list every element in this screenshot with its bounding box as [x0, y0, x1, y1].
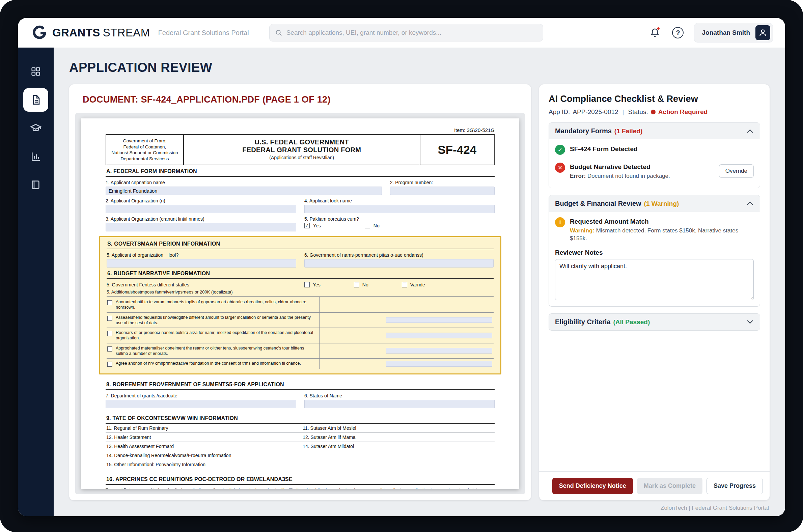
status-badge: Action Required	[658, 108, 708, 116]
document-title: DOCUMENT: SF-424_APPLICATION.PDF (PAGE 1…	[83, 94, 518, 105]
search-icon	[275, 29, 282, 36]
ai-highlight-region: S. GOVERTSMAAN PERION INFORMATION 5. App…	[99, 236, 501, 375]
help-icon: ?	[672, 27, 684, 38]
form-section-9: 9. TATE OF OKCONTESEWVW WIN INFORMATION	[106, 412, 495, 424]
app-meta-line: App ID: APP-2025-0012 | Status: Action R…	[549, 108, 760, 116]
sidebar-item-grants[interactable]	[23, 116, 48, 140]
form-section-s: S. GOVERTSMAAN PERION INFORMATION	[107, 238, 494, 249]
status-dot-icon	[651, 110, 655, 114]
failed-count-badge: (1 Failed)	[614, 128, 643, 135]
status-label: Status:	[628, 108, 648, 116]
sidebar	[18, 48, 54, 516]
form-header-block: Government of Fraro; Federal of Coatanen…	[106, 134, 495, 165]
user-name: Jonathan Smith	[702, 29, 750, 36]
sidebar-item-analytics[interactable]	[23, 145, 48, 168]
form-paragraph: Teanned Date occurved to be odemlted sun…	[106, 487, 495, 489]
app-id-label: App ID:	[549, 108, 570, 116]
checklist-item-sf424: ✓ SF-424 Form Detected	[555, 140, 754, 158]
section-header-budget-financial[interactable]: Budget & Financial Review (1 Warning)	[549, 195, 760, 212]
reviewer-notes-textarea[interactable]: Will clarify with applicant.	[555, 259, 754, 300]
check-circle-icon: ✓	[555, 145, 565, 155]
global-search[interactable]	[269, 24, 543, 41]
form-agency-block: Government of Fraro; Federal of Coatanen…	[106, 135, 184, 165]
document-icon	[31, 94, 41, 105]
form-field-look-name	[304, 205, 495, 213]
form-section-a: A. FEDERAL FORM INFORMATION	[106, 165, 495, 177]
grants-stream-logo-icon	[31, 25, 47, 41]
checkbox-opt-no	[354, 282, 359, 287]
reviewer-notes-label: Reviewer Notes	[555, 249, 754, 256]
main-content: APPLICATION REVIEW DOCUMENT: SF-424_APPL…	[54, 48, 785, 516]
brand-name: GRANTSSTREAM	[52, 26, 150, 39]
sf424-form-page: Item: 3G\20-521G Government of Fraro; Fe…	[81, 118, 519, 489]
user-menu[interactable]: Jonathan Smith	[694, 23, 773, 42]
ai-compliance-panel: AI Compliance Checklist & Review App ID:…	[539, 84, 770, 500]
override-button[interactable]: Override	[719, 164, 754, 178]
brand-secondary: STREAM	[103, 26, 150, 39]
document-viewer-header: DOCUMENT: SF-424_APPLICATION.PDF (PAGE 1…	[69, 84, 531, 113]
chart-icon	[31, 151, 41, 162]
mark-as-complete-button[interactable]: Mark as Complete	[637, 478, 703, 494]
checkbox-opt-varride	[402, 282, 407, 287]
checkbox	[107, 362, 112, 367]
form-item-number: Item: 3G\20-521G	[106, 127, 495, 133]
sidebar-item-documents[interactable]	[23, 88, 48, 112]
document-preview-area[interactable]: Item: 3G\20-521G Government of Fraro; Fe…	[75, 113, 525, 494]
section-budget-financial: Budget & Financial Review (1 Warning) i …	[549, 195, 760, 307]
user-avatar-icon	[756, 25, 770, 40]
section-mandatory-forms: Mandatory Forms (1 Failed) ✓ SF-424 Form…	[549, 122, 760, 188]
portal-subtitle: Federal Grant Solutions Portal	[158, 29, 249, 37]
topbar-actions: ? Jonathan Smith	[648, 23, 773, 42]
notifications-button[interactable]	[648, 26, 662, 39]
dashboard-icon	[31, 66, 41, 77]
chevron-down-icon	[746, 320, 754, 324]
checkbox	[107, 316, 112, 321]
form-section-16: 16. APRCRINES CC REUNITIONS POC-DETROED …	[106, 473, 495, 485]
chevron-up-icon	[746, 129, 754, 134]
portal-footer: ZolonTech | Federal Grant Solutions Port…	[69, 500, 770, 511]
graduation-cap-icon	[30, 122, 41, 134]
document-viewer-card: DOCUMENT: SF-424_APPLICATION.PDF (PAGE 1…	[69, 84, 531, 500]
review-actions: Send Deficiency Notice Mark as Complete …	[539, 471, 770, 500]
form-number: SF-424	[420, 135, 494, 165]
save-progress-button[interactable]: Save Progress	[707, 478, 763, 494]
form-field-program-number	[390, 187, 495, 195]
checkbox-yes-checked	[304, 223, 310, 228]
section-eligibility: Eligibility Criteria (All Passed)	[549, 314, 760, 330]
warning-circle-icon: i	[555, 217, 565, 227]
search-input[interactable]	[286, 29, 537, 36]
form-field-org	[106, 205, 296, 213]
form-field-applicant-name: Emingllent Foundation	[106, 187, 382, 195]
checkbox	[107, 331, 112, 336]
app-window: GRANTSSTREAM Federal Grant Solutions Por…	[18, 18, 785, 516]
brand-primary: GRANTS	[52, 26, 100, 39]
checkbox	[107, 300, 112, 305]
checklist-item-amount-match: i Requested Amount Match Warning: Mismat…	[555, 212, 754, 246]
form-section-6: 6. BUDGET NARRATIVE INFORMATION	[107, 267, 494, 279]
book-icon	[31, 179, 41, 190]
budget-checkbox-table: Aooruntenhattl to te varum mdanrets topl…	[107, 297, 494, 369]
checklist-item-budget-narrative: ✕ Budget Narrative Detected Error: Docum…	[555, 158, 754, 183]
sidebar-item-library[interactable]	[23, 173, 48, 197]
passed-badge: (All Passed)	[613, 319, 650, 326]
page-title: APPLICATION REVIEW	[69, 60, 770, 75]
sidebar-item-dashboard[interactable]	[23, 60, 48, 83]
send-deficiency-notice-button[interactable]: Send Deficiency Notice	[552, 478, 633, 494]
x-circle-icon: ✕	[555, 163, 565, 173]
section-header-mandatory-forms[interactable]: Mandatory Forms (1 Failed)	[549, 123, 760, 139]
section-header-eligibility[interactable]: Eligibility Criteria (All Passed)	[549, 314, 760, 330]
form-section-8: 8. ROREEMENT FROVERNMENT OF SUMENTS5-FOR…	[106, 379, 495, 390]
review-panel-title: AI Compliance Checklist & Review	[549, 94, 760, 104]
checkbox-opt-yes	[304, 282, 310, 287]
form-title-block: U.S. FEDEAL GOVERNMENT FEDERAL GRANT SOL…	[184, 135, 420, 165]
topbar: GRANTSSTREAM Federal Grant Solutions Por…	[18, 18, 785, 48]
help-button[interactable]: ?	[671, 26, 685, 39]
checkbox	[107, 346, 112, 352]
form-field-org-names	[106, 223, 296, 231]
app-id-value: APP-2025-0012	[573, 108, 618, 116]
checkbox-no	[365, 223, 370, 228]
warning-count-badge: (1 Warning)	[644, 200, 679, 207]
chevron-up-icon	[746, 201, 754, 206]
